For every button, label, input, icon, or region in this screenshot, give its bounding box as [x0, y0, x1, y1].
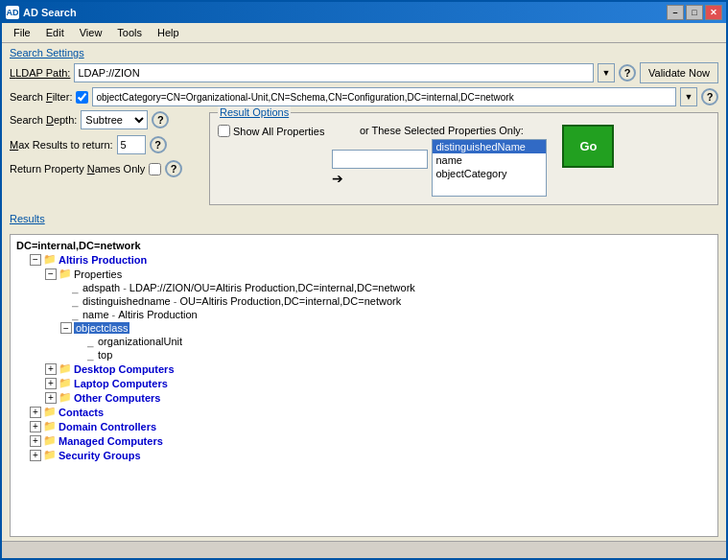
tree-node-altiris: − 📁 Altiris Production − 📁 Properties	[14, 252, 714, 405]
search-filter-checkbox[interactable]	[76, 91, 88, 104]
add-property-button[interactable]: ➔	[332, 171, 428, 186]
expand-objectclass[interactable]: −	[60, 322, 72, 334]
folder-icon-properties: 📁	[59, 268, 72, 280]
search-filter-help-button[interactable]: ?	[701, 88, 718, 105]
search-filter-row: Search Filter: ▼ ?	[10, 87, 718, 106]
return-property-names-label: Return Property Names Only	[10, 163, 145, 175]
tree-node-adspath: ⎯ adspath - LDAP://ZION/OU=Altiris Produ…	[45, 281, 714, 294]
menu-edit[interactable]: Edit	[38, 25, 72, 40]
folder-icon-altiris: 📁	[43, 253, 57, 266]
folder-icon-securitygroups: 📁	[43, 449, 57, 461]
maximize-button[interactable]: □	[686, 5, 703, 20]
expand-securitygroups[interactable]: +	[30, 450, 41, 461]
search-depth-help-button[interactable]: ?	[152, 111, 169, 128]
expand-properties[interactable]: −	[45, 268, 57, 280]
list-item[interactable]: distinguishedName	[433, 140, 546, 153]
expand-altiris[interactable]: −	[30, 254, 41, 266]
properties-list-area: ➔ distinguishedName name objectCategory	[332, 139, 551, 197]
tree-view: DC=internal,DC=network − 📁 Altiris Produ…	[11, 235, 717, 466]
laptop-computers-label: Laptop Computers	[74, 378, 168, 389]
menu-tools[interactable]: Tools	[109, 25, 150, 40]
tree-node-top: ⎯ top	[60, 348, 714, 362]
expand-other[interactable]: +	[45, 392, 57, 404]
close-button[interactable]: ✕	[705, 5, 722, 20]
adspath-value: LDAP://ZION/OU=Altiris Production,DC=int…	[129, 282, 415, 293]
expand-contacts[interactable]: +	[30, 407, 41, 418]
result-options-section: Result Options Show All Properties or Th…	[209, 112, 718, 205]
max-results-input[interactable]	[117, 135, 146, 154]
top-label: top	[98, 349, 112, 361]
tree-node-properties: − 📁 Properties ⎯ adspath - LDAP://ZION/O…	[30, 267, 714, 362]
minimize-button[interactable]: –	[667, 5, 684, 20]
max-results-row: Max Results to return: ?	[10, 135, 201, 154]
go-button-area: Go	[562, 125, 614, 168]
result-options-label: Result Options	[218, 106, 291, 118]
tree-node-other: + 📁 Other Computers	[30, 390, 714, 405]
folder-icon-domaincontrollers: 📁	[43, 420, 57, 432]
tree-row-contacts: + 📁 Contacts	[30, 405, 714, 419]
main-window: AD AD Search – □ ✕ File Edit View Tools …	[0, 0, 728, 560]
name-key: name	[82, 309, 109, 320]
folder-icon-desktop: 📁	[59, 362, 72, 375]
folder-icon-contacts: 📁	[43, 406, 57, 418]
distinguishedname-value: OU=Altiris Production,DC=internal,DC=net…	[179, 295, 401, 307]
managed-computers-label: Managed Computers	[59, 435, 163, 447]
search-depth-select[interactable]: Subtree OneLevel Base	[81, 110, 148, 129]
adspath-key: adspath	[82, 282, 120, 293]
properties-listbox[interactable]: distinguishedName name objectCategory	[432, 139, 547, 197]
menu-view[interactable]: View	[72, 25, 110, 40]
properties-text-input[interactable]	[332, 150, 428, 169]
search-filter-dropdown-button[interactable]: ▼	[680, 87, 697, 106]
ldap-path-input[interactable]	[74, 63, 594, 82]
list-item[interactable]: name	[433, 153, 546, 167]
tree-node-objectclass: − objectclass ⎯ organizationalUnit	[45, 321, 714, 362]
validate-now-button[interactable]: Validate Now	[640, 62, 718, 83]
content-area: Search Settings LLDAP Path: ▼ ? Validate…	[2, 43, 726, 541]
search-depth-label: Search Depth:	[10, 114, 77, 126]
expand-managedcomputers[interactable]: +	[30, 435, 41, 447]
search-depth-row: Search Depth: Subtree OneLevel Base ?	[10, 110, 201, 129]
tree-row-laptop: + 📁 Laptop Computers	[45, 376, 714, 390]
folder-icon-other: 📁	[59, 391, 72, 404]
result-options-inner: Show All Properties or These Selected Pr…	[218, 125, 710, 197]
search-settings-label: Search Settings	[10, 47, 718, 58]
ldap-path-help-button[interactable]: ?	[619, 64, 636, 82]
tree-node-securitygroups: + 📁 Security Groups	[14, 448, 714, 462]
list-item[interactable]: objectCategory	[433, 167, 546, 180]
leaf-distinguishedname: ⎯ distinguishedname - OU=Altiris Product…	[60, 294, 714, 308]
tree-node-desktop: + 📁 Desktop Computers	[30, 362, 714, 376]
window-title: AD Search	[23, 7, 667, 18]
orgunit-label: organizationalUnit	[98, 336, 182, 347]
go-button[interactable]: Go	[562, 125, 614, 168]
tree-row-securitygroups: + 📁 Security Groups	[30, 448, 714, 462]
expand-desktop[interactable]: +	[45, 363, 57, 375]
tree-row-objectclass: − objectclass	[60, 321, 714, 335]
altiris-production-label: Altiris Production	[59, 254, 147, 266]
leaf-orgunit: ⎯ organizationalUnit	[76, 335, 714, 348]
tree-node-laptop: + 📁 Laptop Computers	[30, 376, 714, 390]
menu-help[interactable]: Help	[150, 25, 187, 40]
leaf-name: ⎯ name - Altiris Production	[60, 308, 714, 321]
tree-node-contacts: + 📁 Contacts	[14, 405, 714, 419]
selected-properties-section: or These Selected Properties Only: ➔ dis…	[332, 125, 551, 197]
tree-node-managedcomputers: + 📁 Managed Computers	[14, 433, 714, 448]
max-results-help-button[interactable]: ?	[150, 136, 167, 153]
ldap-path-dropdown-button[interactable]: ▼	[598, 63, 615, 82]
distinguishedname-key: distinguishedname	[82, 295, 171, 307]
security-groups-label: Security Groups	[59, 450, 141, 461]
show-all-properties-checkbox[interactable]	[218, 125, 230, 137]
expand-domaincontrollers[interactable]: +	[30, 421, 41, 432]
ldap-path-label: LLDAP Path:	[10, 67, 70, 79]
left-form: Search Depth: Subtree OneLevel Base ? Ma…	[10, 110, 201, 181]
search-filter-label: Search Filter:	[10, 91, 72, 103]
return-property-names-checkbox[interactable]	[149, 163, 161, 175]
tree-node-distinguishedname: ⎯ distinguishedname - OU=Altiris Product…	[45, 294, 714, 308]
status-bar	[2, 541, 726, 558]
expand-laptop[interactable]: +	[45, 378, 57, 389]
menu-file[interactable]: File	[6, 25, 38, 40]
or-text-label: or These Selected Properties Only:	[360, 125, 524, 136]
return-property-names-help-button[interactable]: ?	[165, 160, 182, 177]
leaf-top: ⎯ top	[76, 348, 714, 362]
ldap-path-row: LLDAP Path: ▼ ? Validate Now	[10, 62, 718, 83]
search-filter-input[interactable]	[92, 87, 676, 106]
